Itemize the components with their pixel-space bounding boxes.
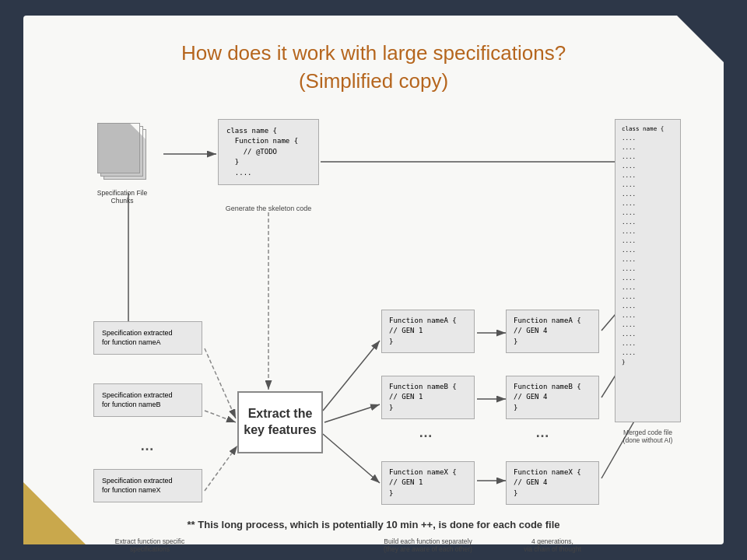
gen1-col-label: Build each function separately (they are…: [374, 537, 482, 553]
gen4-box-x: Function nameX { // GEN 4 }: [506, 461, 599, 506]
extract-box-text: Extract the key features: [244, 406, 316, 439]
skeleton-code-box: class name { Function name { // @TODO } …: [218, 119, 319, 186]
spec-box-a-text: Specification extracted for function nam…: [102, 329, 173, 347]
svg-line-5: [205, 348, 236, 418]
gen1-box-x: Function nameX { // GEN 1 }: [381, 461, 475, 506]
skeleton-code-text: class name { Function name { // @TODO } …: [226, 127, 298, 177]
gen4-box-a: Function nameA { // GEN 4 }: [506, 310, 599, 354]
gen1-box-b: Function nameB { // GEN 1 }: [381, 376, 475, 420]
merged-code-text: class name { .... .... .... .... .... ..…: [622, 125, 664, 366]
svg-line-7: [205, 446, 237, 491]
extract-box: Extract the key features: [237, 391, 323, 453]
svg-line-6: [205, 411, 236, 422]
spec-box-a: Specification extracted for function nam…: [93, 321, 202, 355]
merged-code-label: Merged code file (done without AI): [615, 429, 681, 444]
file-chunks-label: Specification File Chunks: [87, 189, 157, 205]
diagram: Specification File Chunks class name { F…: [54, 111, 693, 516]
spec-box-x: Specification extracted for function nam…: [93, 469, 202, 502]
merged-code-box: class name { .... .... .... .... .... ..…: [615, 119, 681, 422]
skeleton-label: Generate the skeleton code: [218, 205, 319, 212]
svg-line-11: [323, 434, 380, 483]
gen4-box-b: Function nameB { // GEN 4 }: [506, 376, 599, 420]
ellipsis-gen4: …: [535, 425, 549, 441]
footnote: ** This long process, which is potential…: [23, 519, 724, 530]
svg-line-10: [324, 404, 380, 422]
file-stack-icon: [97, 123, 152, 185]
spec-box-x-text: Specification extracted for function nam…: [102, 477, 173, 495]
spec-box-b-text: Specification extracted for function nam…: [102, 391, 173, 409]
spec-col-label: Extract function specific specifications: [93, 537, 206, 553]
slide-title: How does it work with large specificatio…: [54, 39, 693, 96]
ellipsis-spec: …: [140, 438, 154, 454]
gen1-box-a: Function nameA { // GEN 1 }: [381, 310, 475, 354]
spec-box-b: Specification extracted for function nam…: [93, 383, 202, 417]
gen4-col-label: 4 generations, via chain of thought: [498, 537, 607, 553]
ellipsis-gen1: …: [419, 425, 433, 441]
svg-line-9: [323, 341, 380, 411]
slide: How does it work with large specificatio…: [23, 16, 724, 544]
